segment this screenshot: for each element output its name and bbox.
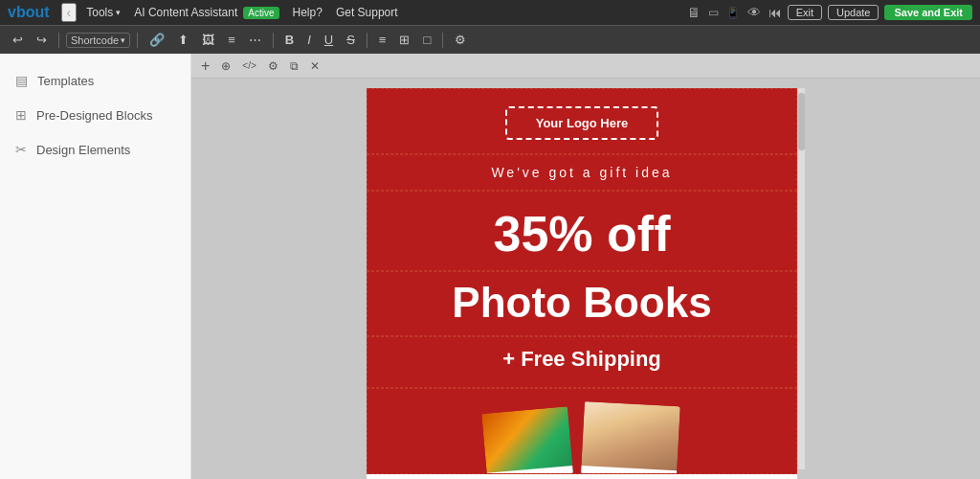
ai-active-badge: Active xyxy=(243,7,278,19)
design-elements-icon: ✂ xyxy=(15,142,27,157)
top-navigation: vbout ‹ Tools ▾ AI Content Assistant Act… xyxy=(0,0,980,25)
mobile-view-icon[interactable]: 📱 xyxy=(726,7,740,19)
support-link[interactable]: Get Support xyxy=(332,6,402,19)
app-logo: vbout xyxy=(8,4,50,21)
redo-button[interactable]: ↪ xyxy=(32,31,52,49)
ai-content-assistant[interactable]: AI Content Assistant Active xyxy=(130,6,282,19)
product-section[interactable]: Photo Books xyxy=(367,271,797,336)
preview-icon[interactable]: 👁 xyxy=(747,5,761,20)
mini-code-button[interactable]: </> xyxy=(238,58,259,73)
back-button[interactable]: ‹ xyxy=(61,3,78,22)
templates-icon: ▤ xyxy=(15,73,28,88)
photo-books-image xyxy=(487,401,677,473)
mini-plus-button[interactable]: ⊕ xyxy=(217,57,234,75)
strikethrough-button[interactable]: S xyxy=(342,31,360,49)
shortcode-dropdown[interactable]: Shortcode ▾ xyxy=(66,33,130,48)
bold-button[interactable]: B xyxy=(280,31,299,49)
editor-toolbar: ↩ ↪ Shortcode ▾ 🔗 ⬆ 🖼 ≡ ⋯ B I U S ≡ ⊞ □ … xyxy=(0,25,980,54)
extra-button[interactable]: ⋯ xyxy=(244,31,266,49)
box-button[interactable]: □ xyxy=(418,31,435,49)
discount-section[interactable]: 35% off xyxy=(367,191,797,271)
view-mode-icons: 🖥 ▭ 📱 👁 ⏮ xyxy=(687,5,782,20)
image-button[interactable]: 🖼 xyxy=(197,31,219,49)
link-button[interactable]: 🔗 xyxy=(145,31,169,49)
mini-copy-button[interactable]: ⧉ xyxy=(286,57,302,75)
shipping-text: + Free Shipping xyxy=(387,347,777,372)
history-icon[interactable]: ⏮ xyxy=(768,5,782,20)
upload-button[interactable]: ⬆ xyxy=(173,31,193,49)
toolbar-divider-4 xyxy=(367,33,368,48)
list-button[interactable]: ≡ xyxy=(223,31,240,49)
main-layout: ▤ Templates ⊞ Pre-Designed Blocks ✂ Desi… xyxy=(0,54,980,479)
predesigned-icon: ⊞ xyxy=(15,107,27,123)
toolbar-divider-1 xyxy=(58,33,59,48)
undo-button[interactable]: ↩ xyxy=(8,31,28,49)
mini-settings-button[interactable]: ⚙ xyxy=(264,57,282,75)
image-section[interactable] xyxy=(367,388,797,474)
nav-button[interactable]: ⊞ xyxy=(394,31,414,49)
align-button[interactable]: ≡ xyxy=(374,31,391,49)
sidebar-item-design-elements-label: Design Elements xyxy=(36,143,130,157)
sidebar-item-predesigned[interactable]: ⊞ Pre-Designed Blocks xyxy=(0,98,190,132)
help-menu[interactable]: Help? xyxy=(289,6,326,19)
underline-button[interactable]: U xyxy=(320,31,338,49)
canvas-area: + ⊕ </> ⚙ ⧉ ✕ Your Logo Here We've got a… xyxy=(191,54,980,479)
scrollbar[interactable] xyxy=(797,88,805,469)
settings-button[interactable]: ⚙ xyxy=(450,31,471,49)
toolbar-divider-3 xyxy=(273,33,274,48)
discount-text: 35% off xyxy=(387,209,777,259)
toolbar-divider-2 xyxy=(137,33,138,48)
photo-book-left xyxy=(481,406,573,474)
tools-menu[interactable]: Tools ▾ xyxy=(82,6,124,19)
tablet-view-icon[interactable]: ▭ xyxy=(708,6,719,19)
product-text: Photo Books xyxy=(387,282,777,324)
mini-toolbar: + ⊕ </> ⚙ ⧉ ✕ xyxy=(191,54,980,79)
scrollbar-thumb[interactable] xyxy=(798,93,805,150)
email-template: Your Logo Here We've got a gift idea 35%… xyxy=(367,88,797,479)
mini-add-button[interactable]: + xyxy=(197,56,213,77)
tagline-section[interactable]: We've got a gift idea xyxy=(367,154,797,191)
mini-delete-button[interactable]: ✕ xyxy=(306,57,323,75)
logo-section[interactable]: Your Logo Here xyxy=(367,88,797,154)
shipping-section[interactable]: + Free Shipping xyxy=(367,336,797,388)
toolbar-divider-5 xyxy=(442,33,443,48)
save-and-exit-button[interactable]: Save and Exit xyxy=(884,5,972,20)
tagline-text: We've got a gift idea xyxy=(387,165,777,180)
sidebar-item-predesigned-label: Pre-Designed Blocks xyxy=(36,108,152,123)
exit-button[interactable]: Exit xyxy=(788,5,822,20)
sidebar-item-templates-label: Templates xyxy=(37,74,94,88)
logo-placeholder: Your Logo Here xyxy=(505,106,659,140)
email-canvas: Your Logo Here We've got a gift idea 35%… xyxy=(191,79,980,479)
sidebar-item-design-elements[interactable]: ✂ Design Elements xyxy=(0,132,190,167)
sidebar-item-templates[interactable]: ▤ Templates xyxy=(0,63,190,98)
photo-book-right xyxy=(581,401,680,474)
update-button[interactable]: Update xyxy=(828,5,879,20)
sidebar: ▤ Templates ⊞ Pre-Designed Blocks ✂ Desi… xyxy=(0,54,191,479)
desktop-view-icon[interactable]: 🖥 xyxy=(687,5,701,20)
italic-button[interactable]: I xyxy=(302,31,316,49)
